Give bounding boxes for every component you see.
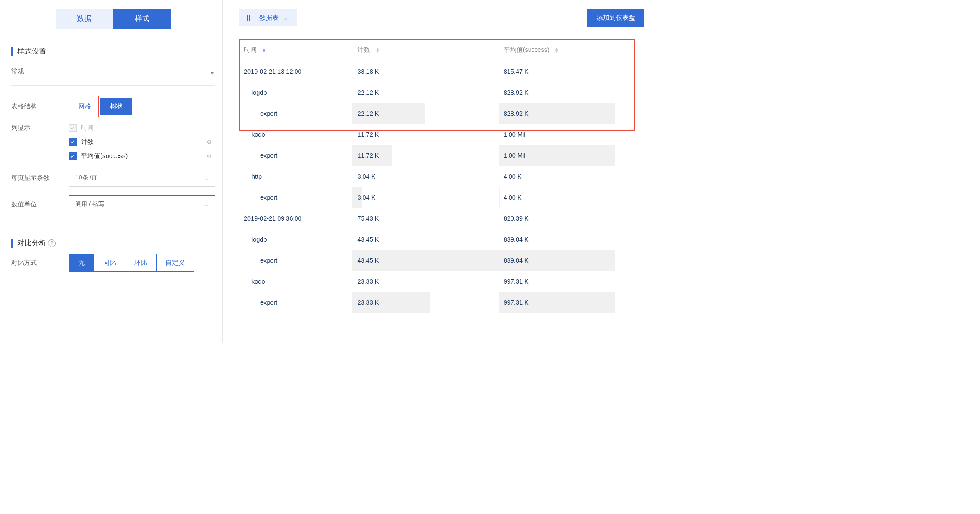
table-row: http3.04 K4.00 K	[239, 166, 644, 187]
chevron-down-icon: ⌄	[209, 66, 215, 76]
table-row: logdb22.12 K828.92 K	[239, 82, 644, 103]
btn-compare-none[interactable]: 无	[69, 254, 94, 272]
table-row: logdb43.45 K839.04 K	[239, 229, 644, 250]
btn-grid[interactable]: 网格	[69, 98, 101, 115]
cell-avg: 828.92 K	[499, 103, 644, 124]
tab-style[interactable]: 样式	[113, 9, 171, 29]
cell-time: export	[239, 187, 352, 208]
help-icon[interactable]: ?	[48, 239, 56, 247]
gear-icon[interactable]: ⚙	[206, 153, 212, 160]
checkbox-count-label: 计数	[81, 138, 202, 146]
cell-count: 22.12 K	[352, 103, 498, 124]
cell-count: 43.45 K	[352, 250, 498, 271]
label-per-page: 每页显示条数	[11, 174, 69, 182]
checkbox-avg-label: 平均值(success)	[81, 152, 202, 160]
label-column-display: 列显示	[11, 124, 69, 132]
cell-count: 3.04 K	[352, 187, 498, 208]
cell-avg: 820.39 K	[499, 208, 644, 229]
col-header-time-label: 时间	[244, 46, 257, 53]
label-unit: 数值单位	[11, 200, 69, 209]
cell-count: 43.45 K	[352, 229, 498, 250]
col-header-avg-label: 平均值(success)	[504, 46, 549, 53]
add-to-dashboard-button[interactable]: 添加到仪表盘	[587, 9, 644, 27]
table-row: export22.12 K828.92 K	[239, 103, 644, 124]
label-compare-mode: 对比方式	[11, 259, 69, 267]
cell-count: 23.33 K	[352, 292, 498, 313]
checkbox-time: ✓	[69, 124, 77, 132]
cell-count: 3.04 K	[352, 166, 498, 187]
cell-avg: 997.31 K	[499, 271, 644, 292]
select-per-page[interactable]: 10条 /页 ⌄	[69, 169, 215, 187]
collapse-general[interactable]: 常规 ⌄	[11, 62, 215, 86]
section-title: 对比分析	[17, 238, 46, 248]
view-type-select[interactable]: 数据表 ⌄	[239, 9, 297, 26]
right-panel: 数据表 ⌄ 添加到仪表盘 时间 ▲▼ 计数	[223, 0, 654, 343]
cell-count: 23.33 K	[352, 271, 498, 292]
table-row: export3.04 K4.00 K	[239, 187, 644, 208]
btn-compare-custom[interactable]: 自定义	[156, 254, 194, 272]
chevron-down-icon: ⌄	[283, 14, 288, 22]
cell-time: http	[239, 166, 352, 187]
cell-time: 2019-02-21 13:12:00	[239, 61, 352, 82]
col-header-avg[interactable]: 平均值(success) ▲▼	[499, 39, 644, 61]
cell-time: export	[239, 145, 352, 166]
section-title: 样式设置	[17, 46, 46, 56]
section-style-settings: 样式设置	[11, 46, 215, 56]
sort-icon: ▲▼	[555, 48, 559, 53]
gear-icon[interactable]: ⚙	[206, 139, 212, 146]
cell-count: 11.72 K	[352, 124, 498, 145]
cell-avg: 997.31 K	[499, 292, 644, 313]
table-row: export11.72 K1.00 Mil	[239, 145, 644, 166]
table-row: 2019-02-21 13:12:0038.18 K815.47 K	[239, 61, 644, 82]
cell-avg: 4.00 K	[499, 166, 644, 187]
cell-count: 75.43 K	[352, 208, 498, 229]
table-row: export43.45 K839.04 K	[239, 250, 644, 271]
data-table: 时间 ▲▼ 计数 ▲▼ 平均值(success)	[239, 39, 644, 313]
checkbox-avg[interactable]: ✓	[69, 152, 77, 160]
cell-count: 22.12 K	[352, 82, 498, 103]
select-per-page-value: 10条 /页	[75, 174, 97, 182]
col-header-count-label: 计数	[357, 46, 370, 53]
cell-avg: 1.00 Mil	[499, 124, 644, 145]
col-header-count[interactable]: 计数 ▲▼	[352, 39, 498, 61]
cell-count: 38.18 K	[352, 61, 498, 82]
btn-compare-yoy[interactable]: 同比	[94, 254, 125, 272]
cell-time: 2019-02-21 09:36:00	[239, 208, 352, 229]
btn-tree[interactable]: 树状	[101, 98, 132, 115]
table-icon	[247, 15, 255, 21]
main-tabs: 数据 样式	[56, 9, 171, 29]
view-type-label: 数据表	[259, 14, 279, 22]
select-unit[interactable]: 通用 / 缩写 ⌄	[69, 195, 215, 213]
cell-avg: 839.04 K	[499, 229, 644, 250]
cell-avg: 815.47 K	[499, 61, 644, 82]
chevron-down-icon: ⌄	[204, 174, 209, 181]
cell-time: logdb	[239, 229, 352, 250]
btn-compare-mom[interactable]: 环比	[125, 254, 157, 272]
cell-avg: 839.04 K	[499, 250, 644, 271]
col-header-time[interactable]: 时间 ▲▼	[239, 39, 352, 61]
table-row: 2019-02-21 09:36:0075.43 K820.39 K	[239, 208, 644, 229]
cell-time: logdb	[239, 82, 352, 103]
tab-data[interactable]: 数据	[56, 9, 113, 29]
section-compare: 对比分析 ?	[11, 238, 215, 248]
collapse-label: 常规	[11, 67, 24, 75]
chevron-down-icon: ⌄	[204, 201, 209, 208]
cell-time: kodo	[239, 124, 352, 145]
checkbox-count[interactable]: ✓	[69, 138, 77, 146]
cell-time: export	[239, 250, 352, 271]
checkbox-time-label: 时间	[81, 124, 215, 132]
table-row: export23.33 K997.31 K	[239, 292, 644, 313]
cell-avg: 828.92 K	[499, 82, 644, 103]
cell-avg: 4.00 K	[499, 187, 644, 208]
cell-avg: 1.00 Mil	[499, 145, 644, 166]
cell-time: export	[239, 292, 352, 313]
table-row: kodo23.33 K997.31 K	[239, 271, 644, 292]
left-panel: 数据 样式 样式设置 常规 ⌄ 表格结构 网格 树状 列显示	[0, 0, 223, 343]
select-unit-value: 通用 / 缩写	[75, 200, 104, 208]
sort-icon: ▲▼	[262, 48, 266, 53]
cell-count: 11.72 K	[352, 145, 498, 166]
label-table-structure: 表格结构	[11, 102, 69, 111]
sort-icon: ▲▼	[375, 48, 380, 53]
table-row: kodo11.72 K1.00 Mil	[239, 124, 644, 145]
cell-time: kodo	[239, 271, 352, 292]
